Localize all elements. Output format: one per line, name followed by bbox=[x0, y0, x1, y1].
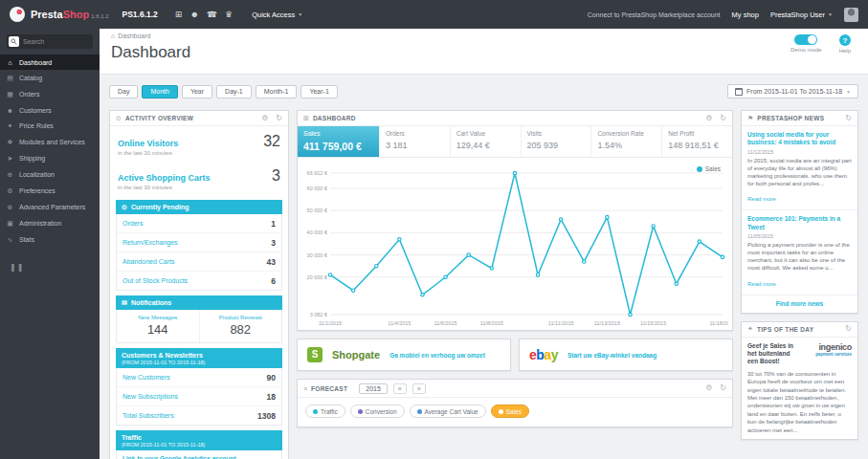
date-range-picker[interactable]: From 2015-11-01 To 2015-11-18 ▼ bbox=[727, 84, 858, 98]
prev-year-button[interactable]: « bbox=[393, 383, 407, 394]
quick-access-menu[interactable]: Quick Access ▼ bbox=[252, 11, 302, 19]
sidebar-item-preferences[interactable]: ⚙Preferences bbox=[0, 183, 100, 199]
article-title-link[interactable]: Ecommerce 101: Payments in a Tweet bbox=[747, 215, 852, 231]
out-of-stock-link[interactable]: Out of Stock Products bbox=[122, 277, 188, 284]
kpi-cart-value[interactable]: Cart Value 129,44 € bbox=[451, 126, 522, 157]
currently-pending-header: ⊙ Currently Pending bbox=[116, 200, 282, 214]
pill-sales[interactable]: Sales bbox=[491, 404, 529, 418]
tips-heading: Geef je Sales in het buitenland een Boos… bbox=[747, 342, 796, 366]
section-range: (FROM 2015-11-01 TO 2015-11-18) bbox=[122, 360, 277, 365]
help-icon[interactable]: ? bbox=[839, 34, 851, 46]
sidebar-item-shipping[interactable]: ➤Shipping bbox=[0, 150, 100, 166]
dot-icon bbox=[499, 409, 503, 414]
pending-returns-link[interactable]: Return/Exchanges bbox=[122, 239, 178, 246]
ebay-link[interactable]: Start uw eBay-winkel vandaag bbox=[568, 352, 657, 359]
sidebar-item-dashboard[interactable]: ⌂Dashboard bbox=[0, 55, 100, 70]
product-reviews-cell[interactable]: Product Reviews 882 bbox=[199, 310, 282, 342]
kpi-visits[interactable]: Visits 205 939 bbox=[522, 126, 592, 157]
shop-name[interactable]: PS1.6.1.2 bbox=[122, 10, 158, 19]
chevron-down-icon: ▼ bbox=[298, 11, 302, 17]
svg-text:11/11/2015: 11/11/2015 bbox=[548, 320, 574, 326]
employee-icon[interactable]: ☻ bbox=[189, 11, 198, 19]
pending-returns-value: 3 bbox=[271, 238, 276, 248]
new-customers-link[interactable]: New Customers bbox=[122, 374, 170, 381]
section-title: Currently Pending bbox=[131, 204, 189, 210]
user-menu[interactable]: PrestaShop User ▼ bbox=[770, 11, 833, 19]
kpi-label: Visits bbox=[527, 130, 586, 137]
next-year-button[interactable]: » bbox=[412, 383, 426, 394]
read-more-link[interactable]: Read more bbox=[747, 281, 776, 287]
kpi-net-profit[interactable]: Net Profit 148 918,51 € bbox=[662, 126, 732, 157]
flag-icon: ⚑ bbox=[747, 115, 753, 122]
support-icon[interactable]: ☎ bbox=[207, 11, 217, 19]
gear-icon[interactable]: ⚙ bbox=[705, 115, 712, 122]
refresh-icon[interactable]: ↻ bbox=[720, 115, 726, 122]
sidebar-item-stats[interactable]: ∿Stats bbox=[0, 231, 100, 248]
active-carts-link[interactable]: Active Shopping Carts bbox=[118, 173, 211, 183]
gear-icon[interactable]: ⚙ bbox=[261, 115, 268, 122]
abandoned-carts-link[interactable]: Abandoned Carts bbox=[122, 258, 174, 265]
my-shop-link[interactable]: My shop bbox=[732, 11, 759, 19]
marketplace-link[interactable]: Connect to PrestaShop Marketplace accoun… bbox=[588, 11, 721, 18]
sidebar-item-administration[interactable]: ▣Administration bbox=[0, 215, 100, 231]
sidebar-item-advanced-parameters[interactable]: ⊛Advanced Parameters bbox=[0, 199, 100, 215]
sidebar-item-localization[interactable]: ⊕Localization bbox=[0, 166, 100, 183]
refresh-icon[interactable]: ↻ bbox=[845, 325, 852, 333]
trophy-icon[interactable]: ♛ bbox=[225, 11, 233, 19]
sidebar-item-customers[interactable]: ☻Customers bbox=[0, 102, 100, 118]
breadcrumb[interactable]: ⌂ Dashboard bbox=[111, 33, 150, 39]
tab-month-1[interactable]: Month-1 bbox=[256, 85, 298, 98]
out-of-stock-value: 6 bbox=[271, 276, 276, 286]
kpi-value: 3 181 bbox=[386, 141, 444, 150]
tab-year[interactable]: Year bbox=[182, 85, 212, 98]
tab-day[interactable]: Day bbox=[109, 85, 138, 98]
collapse-sidebar-icon[interactable]: ❚❚ bbox=[10, 263, 100, 272]
online-visitors-link[interactable]: Online Visitors bbox=[118, 139, 178, 148]
shopgate-promo: S Shopgate Ga mobiel en verhoog uw omzet bbox=[297, 339, 511, 371]
active-carts-value: 3 bbox=[272, 167, 280, 185]
kpi-sales[interactable]: Sales 411 759,00 € bbox=[298, 126, 380, 157]
pending-orders-link[interactable]: Orders bbox=[122, 220, 143, 227]
sidebar-item-catalog[interactable]: ▤Catalog bbox=[0, 70, 100, 86]
tab-day-1[interactable]: Day-1 bbox=[216, 85, 252, 98]
find-more-news-link[interactable]: Find more news bbox=[742, 295, 857, 313]
pill-traffic[interactable]: Traffic bbox=[305, 404, 345, 418]
refresh-icon[interactable]: ↻ bbox=[276, 115, 282, 122]
online-visitors-metric: Online Visitors 32 bbox=[110, 126, 288, 150]
sidebar-item-price-rules[interactable]: ✦Price Rules bbox=[0, 118, 100, 134]
article-title-link[interactable]: Using social media for your business: 4 … bbox=[747, 131, 852, 147]
refresh-icon[interactable]: ↻ bbox=[845, 115, 852, 122]
new-messages-cell[interactable]: New Messages 144 bbox=[117, 310, 199, 342]
avatar[interactable] bbox=[844, 8, 858, 22]
kpi-conversion-rate[interactable]: Conversion Rate 1.54% bbox=[591, 126, 662, 157]
shopgate-link[interactable]: Ga mobiel en verhoog uw omzet bbox=[389, 352, 485, 359]
search-icon[interactable] bbox=[9, 36, 19, 47]
sidebar-item-orders[interactable]: ▦Orders bbox=[0, 86, 100, 102]
ingenico-brand: ingenico bbox=[802, 342, 852, 352]
tab-year-1[interactable]: Year-1 bbox=[300, 85, 337, 98]
product-reviews-label: Product Reviews bbox=[202, 315, 280, 320]
refresh-icon[interactable]: ↻ bbox=[720, 384, 726, 392]
prestashop-logo[interactable]: PrestaShop1.6.1.2 bbox=[31, 9, 109, 20]
sidebar-item-modules[interactable]: ❖Modules and Services bbox=[0, 134, 100, 150]
panel-title: FORECAST bbox=[311, 385, 347, 392]
demo-mode-toggle[interactable] bbox=[794, 34, 817, 45]
sidebar-item-label: Dashboard bbox=[19, 59, 52, 66]
pill-average-cart-value[interactable]: Average Cart Value bbox=[410, 404, 486, 418]
kpi-orders[interactable]: Orders 3 181 bbox=[380, 126, 451, 157]
globe-icon: ⊕ bbox=[6, 171, 14, 179]
new-subscriptions-link[interactable]: New Subscriptions bbox=[122, 393, 178, 400]
total-subscribers-link[interactable]: Total Subscribers bbox=[122, 412, 174, 419]
pill-conversion[interactable]: Conversion bbox=[350, 404, 405, 418]
search-input[interactable] bbox=[19, 38, 93, 45]
read-more-link[interactable]: Read more bbox=[747, 196, 776, 202]
forecast-year[interactable]: 2015 bbox=[359, 383, 388, 394]
shopgate-brand: Shopgate bbox=[332, 349, 380, 361]
tab-month[interactable]: Month bbox=[142, 85, 177, 98]
page-title: Dashboard bbox=[111, 43, 190, 62]
chevron-down-icon: ▼ bbox=[846, 89, 851, 95]
google-analytics-link[interactable]: Link to your Google Analytics account bbox=[122, 455, 236, 459]
clock-icon: ⊙ bbox=[116, 115, 122, 122]
gear-icon[interactable]: ⚙ bbox=[705, 384, 712, 392]
cart-icon[interactable]: ⊞ bbox=[175, 11, 183, 19]
